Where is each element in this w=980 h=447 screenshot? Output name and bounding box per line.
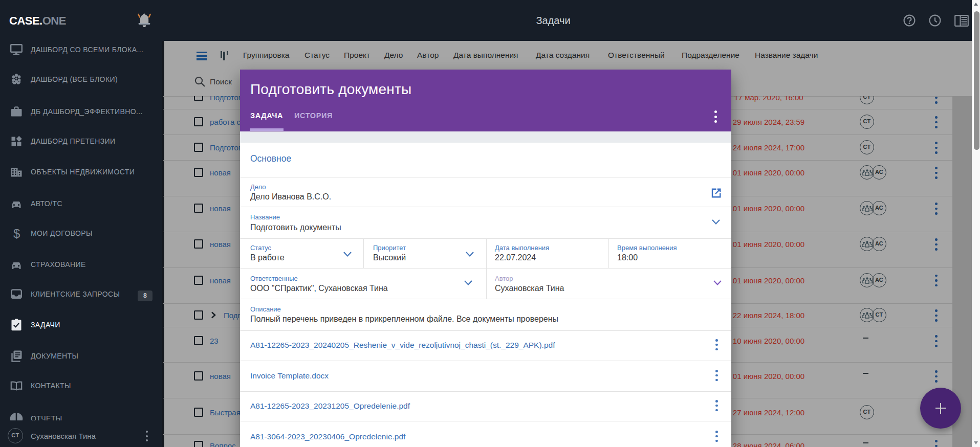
svg-text:$: $ xyxy=(13,227,20,240)
